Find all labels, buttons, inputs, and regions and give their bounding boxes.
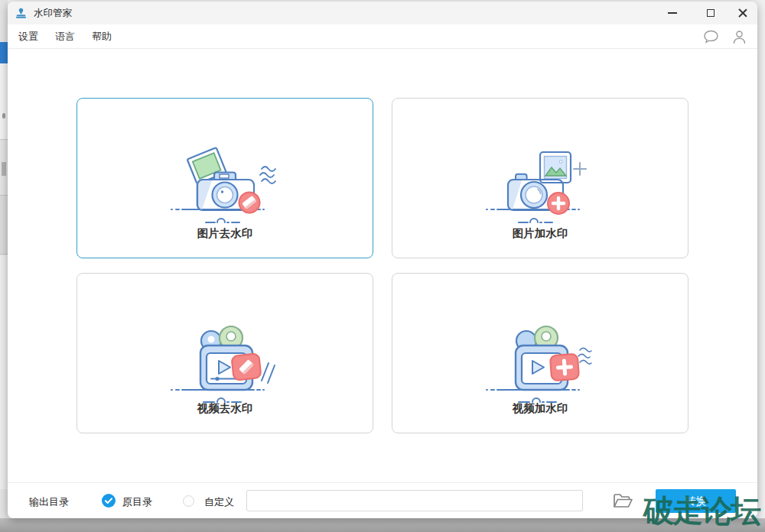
menu-bar: 设置 语言 帮助 <box>8 24 757 49</box>
minimize-icon[interactable] <box>659 2 685 24</box>
card-video-remove-watermark[interactable]: 视频去水印 <box>76 273 373 433</box>
main-content: 图片去水印 <box>8 49 757 482</box>
person-icon[interactable] <box>732 30 747 44</box>
video-remove-watermark-icon <box>164 307 286 414</box>
menu-item-settings[interactable]: 设置 <box>18 30 38 44</box>
title-bar: 水印管家 <box>8 2 757 24</box>
chat-bubble-icon[interactable] <box>703 30 719 44</box>
app-window: 水印管家 设置 语言 帮助 <box>8 2 757 518</box>
card-label: 视频去水印 <box>77 401 373 416</box>
camera-remove-watermark-icon <box>164 132 286 235</box>
card-label: 图片加水印 <box>392 226 688 241</box>
radio-custom-dir[interactable] <box>183 495 194 507</box>
maximize-icon[interactable] <box>698 2 724 24</box>
background-window-bottom-strip <box>0 518 765 532</box>
camera-add-watermark-icon <box>479 132 601 235</box>
screen: 水印管家 设置 语言 帮助 <box>0 0 765 532</box>
custom-path-input[interactable] <box>246 490 583 511</box>
output-bar: 输出目录 原目录 自定义 转换 <box>8 482 757 518</box>
output-dir-label: 输出目录 <box>29 495 69 509</box>
card-label: 视频加水印 <box>392 401 688 416</box>
card-image-remove-watermark[interactable]: 图片去水印 <box>76 98 373 258</box>
close-icon[interactable] <box>730 2 756 24</box>
menu-item-help[interactable]: 帮助 <box>92 30 112 44</box>
window-title: 水印管家 <box>34 7 72 20</box>
radio-original-dir-label[interactable]: 原目录 <box>122 495 152 509</box>
stamp-app-icon <box>15 7 28 20</box>
convert-button[interactable]: 转换 <box>656 489 736 513</box>
radio-original-dir[interactable] <box>102 494 116 508</box>
radio-custom-dir-label[interactable]: 自定义 <box>204 495 234 509</box>
menu-item-language[interactable]: 语言 <box>55 30 75 44</box>
card-label: 图片去水印 <box>77 226 373 241</box>
card-video-add-watermark[interactable]: 视频加水印 <box>392 273 688 433</box>
background-window-left-sliver <box>0 0 8 532</box>
card-image-add-watermark[interactable]: 图片加水印 <box>392 98 688 258</box>
open-folder-icon[interactable] <box>612 491 633 510</box>
background-window-header-fragment <box>0 42 8 63</box>
video-add-watermark-icon <box>479 307 601 414</box>
